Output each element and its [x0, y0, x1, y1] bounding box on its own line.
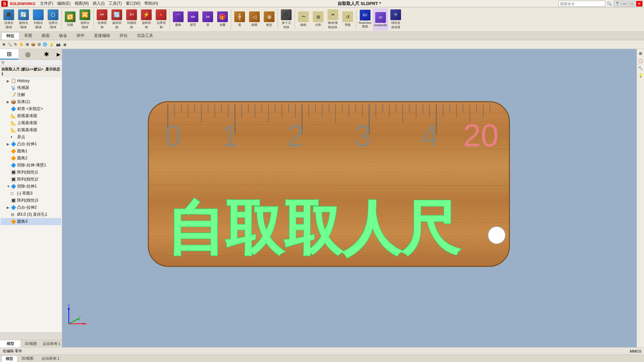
menu-file[interactable]: 文件(F) [38, 1, 55, 6]
tree-item[interactable]: 📐 上视基准面 [1, 119, 61, 126]
tree-item[interactable]: 🔳 阵列(线性)2 [1, 176, 61, 183]
search-input[interactable] [558, 1, 605, 7]
extrude-cut-btn[interactable]: ✂ 拉伸切除 [95, 8, 109, 31]
multi-body-btn[interactable]: ⬛ 多个几何体 [279, 8, 294, 31]
trim-btn[interactable]: ✂ 剪 [200, 8, 215, 31]
menu-help[interactable]: 帮助(H) [142, 1, 160, 6]
tab-evaluate[interactable]: 评估 [115, 32, 132, 39]
3d-viewport[interactable]: 0 1 2 3 4 20 自取取人尺 Z X Y [62, 49, 637, 347]
menu-view[interactable]: 视图(M) [72, 1, 91, 6]
svg-text:2: 2 [287, 119, 304, 153]
scan-cut-btn[interactable]: ✄ 扫描切除 [124, 8, 139, 31]
tab-render[interactable]: 渲染工具 [132, 32, 158, 39]
tree-item[interactable]: ▶ 📦 实体(1) [1, 98, 61, 105]
revolve-boss-btn[interactable]: 🔄 旋转台/基体 [16, 8, 31, 31]
tree-item[interactable]: ▼ 🔷 切除-拉伸1 [1, 183, 61, 190]
tree-item[interactable]: ▶ 🔷 凸台-拉伸2 [1, 204, 61, 211]
tree-item[interactable]: 🔷 材质 <未指定> [1, 105, 61, 112]
tree-item[interactable]: ▶ 📋 History [1, 77, 61, 84]
tab-direct-edit[interactable]: 直接编辑 [89, 32, 115, 39]
view-pan-icon[interactable]: ✋ [19, 42, 24, 47]
tree-label: 注解 [17, 92, 25, 98]
menu-window[interactable]: 窗口(W) [124, 1, 142, 6]
draft-btn[interactable]: ◁ 拔模 [247, 8, 262, 31]
tree-item[interactable]: 🔳 阵列(线性)1 [1, 169, 61, 176]
instant3d-btn[interactable]: 3D Instant3D [373, 8, 389, 31]
tree-item[interactable]: 🔶 圆角2 [1, 155, 61, 162]
loft-boss-btn[interactable]: 🔀 放样台/基体 [78, 8, 92, 31]
wrap-btn[interactable]: 🎁 包覆 [215, 8, 230, 31]
intersect-btn[interactable]: ⊕ 相交 [262, 8, 277, 31]
extrude-boss-btn[interactable]: ⬛ 拉伸台/基体 [1, 8, 16, 31]
rp-btn-2[interactable]: 📋 [638, 58, 644, 64]
left-tab-features[interactable]: ⊞ [0, 49, 18, 59]
vtab-3dview[interactable]: 3D视图 [17, 355, 38, 362]
tree-icon: 📐 [11, 127, 16, 133]
rib-btn[interactable]: ╫ 筋 [232, 8, 247, 31]
scan-btn[interactable]: 🔁 扫描 [63, 8, 78, 31]
left-tab-bar: ⊞ ◎ ✱ ▶ [0, 49, 62, 60]
help-btn[interactable]: ? [614, 1, 621, 7]
rp-btn-3[interactable]: 🔧 [638, 65, 644, 71]
boundary-boss-btn[interactable]: ⬡ 边界台/基体 [46, 8, 60, 31]
tree-item[interactable]: • 原点 [1, 134, 61, 141]
left-tab-properties[interactable]: ◎ [18, 49, 37, 59]
view-render-icon[interactable]: 🖥 [63, 43, 66, 47]
menu-bar: S SOLIDWORKS 文件(F) 编辑(E) 视图(M) 插入(I) 工具(… [0, 0, 644, 7]
tree-item[interactable]: 📡 传感器 [1, 84, 61, 91]
tab-surface[interactable]: 曲面 [37, 32, 54, 39]
view-lights-icon[interactable]: 💡 [49, 42, 54, 47]
sweep-boss-btn[interactable]: 🌀 扫描台/基体 [31, 8, 46, 31]
chamfer-btn[interactable]: ✏ 拼写 [186, 8, 200, 31]
tree-item[interactable]: 🔳 阵列(线性)3 [1, 197, 61, 204]
loft-cut-btn[interactable]: ⚡ 放样切制 [139, 8, 154, 31]
tree-item[interactable]: 🔶 圆角3 [1, 218, 61, 225]
rp-btn-4[interactable]: 💡 [638, 72, 644, 79]
tree-item[interactable]: □ (-) 草图3 [1, 190, 61, 197]
menu-tools[interactable]: 工具(T) [107, 1, 124, 6]
curve-btn[interactable]: 〜 曲线 [296, 8, 311, 31]
tab-sketch[interactable]: 草图 [19, 32, 37, 39]
maximize-btn[interactable]: □ [629, 1, 635, 7]
tab-motion[interactable]: 运动算例 1 [41, 340, 62, 347]
tree-item[interactable]: 📝 注解 [1, 91, 61, 98]
tree-item[interactable]: ⊙ Ø3.0 (3) 直径孔1 [1, 211, 61, 218]
close-btn[interactable]: ✕ [636, 1, 643, 7]
tab-3dview[interactable]: 3D视图 [20, 340, 41, 347]
view-display-icon[interactable]: 🌐 [43, 42, 47, 47]
tree-item[interactable]: 📐 前视基准面 [1, 112, 61, 119]
view-zoom-icon[interactable]: 🔍 [7, 42, 12, 47]
view-section-icon[interactable]: ⊟ [38, 42, 41, 47]
view-fit-icon[interactable]: ⊞ [26, 42, 29, 47]
tab-model[interactable]: 模型 [0, 340, 20, 347]
tab-sheetmetal[interactable]: 钣金 [54, 32, 72, 39]
tree-expand-btn[interactable]: ▶ [56, 49, 62, 59]
realview-btn[interactable]: RV RealView图形 [357, 8, 373, 31]
rp-btn-1[interactable]: ⊞ [638, 50, 644, 56]
boundary-cut-btn[interactable]: 🔺 边界切制 [154, 8, 168, 31]
revolve-cut-btn[interactable]: 🔃 旋转切除 [109, 8, 124, 31]
feature-name-btn[interactable]: 特 特征名前涂查 [388, 8, 403, 31]
view-rotate-icon[interactable]: ↻ [14, 42, 17, 47]
menu-edit[interactable]: 编辑(E) [55, 1, 72, 6]
left-tab-display[interactable]: ✱ [37, 49, 56, 59]
vtab-model[interactable]: 模型 [1, 355, 17, 362]
split-btn[interactable]: ⊞ 分割 [311, 8, 326, 31]
tree-item[interactable]: 📐 右视基准面 [1, 126, 61, 134]
solidworks-logo: S [1, 1, 8, 7]
vtab-motion[interactable]: 运动算例 1 [38, 355, 63, 362]
minimize-btn[interactable]: — [621, 1, 628, 7]
tree-item[interactable]: 🔷 切除-拉伸-薄壁1 [1, 162, 61, 169]
flex-btn[interactable]: ↺ 弯曲 [340, 8, 355, 31]
fillet-btn[interactable]: ⌒ 圆角 [171, 8, 186, 31]
tab-weldment[interactable]: 焊件 [72, 32, 89, 39]
move-copy-btn[interactable]: ⇄ 移动/复制实体 [326, 8, 340, 31]
view-3d-icon[interactable]: 📦 [31, 42, 36, 47]
menu-insert[interactable]: 插入(I) [91, 1, 106, 6]
view-orientation-icon[interactable]: ⊕ [2, 42, 5, 47]
tab-feature[interactable]: 特征 [1, 32, 19, 40]
tree-item[interactable]: ▶ 🔷 凸台-拉伸1 [1, 141, 61, 148]
search-icon[interactable]: 🔍 [607, 1, 612, 6]
view-camera-icon[interactable]: 📷 [56, 42, 61, 47]
tree-item[interactable]: 🔶 圆角1 [1, 148, 61, 155]
